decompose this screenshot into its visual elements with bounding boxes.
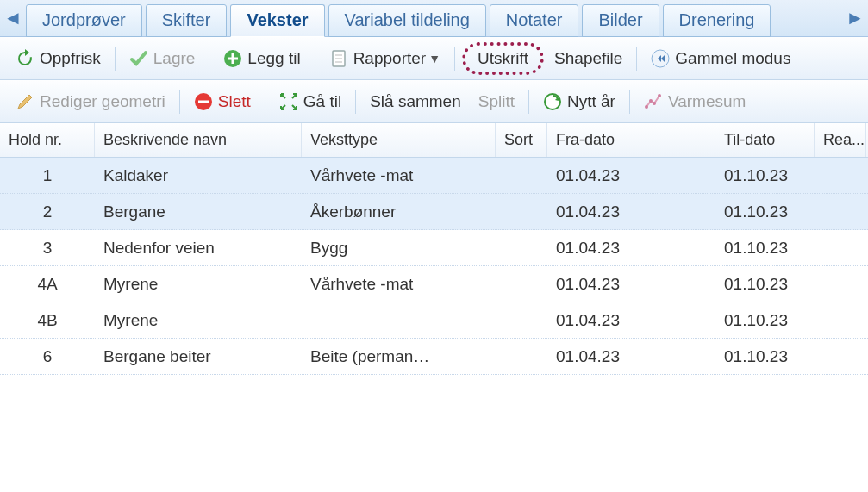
edit-geometry-button[interactable]: Rediger geometri — [9, 89, 172, 115]
separator — [209, 47, 209, 71]
separator — [355, 90, 356, 114]
arrows-in-icon — [279, 92, 298, 111]
shapefile-button[interactable]: Shapefile — [547, 46, 629, 72]
cell-veksttype: Vårhvete -mat — [302, 275, 496, 294]
heatsum-label: Varmesum — [668, 92, 746, 111]
new-year-icon — [543, 92, 562, 111]
cell-holdnr: 3 — [0, 239, 95, 258]
table-row[interactable]: 2BerganeÅkerbønner01.04.2301.10.23 — [0, 194, 868, 230]
add-icon — [223, 49, 242, 68]
merge-button[interactable]: Slå sammen — [363, 89, 468, 115]
shapefile-label: Shapefile — [554, 49, 622, 68]
cell-fradato: 01.04.23 — [547, 166, 715, 185]
col-tildato[interactable]: Til-dato — [715, 123, 815, 157]
table-body: 1KaldakerVårhvete -mat01.04.2301.10.232B… — [0, 158, 868, 375]
chart-icon — [644, 92, 663, 111]
cell-veksttype: Åkerbønner — [302, 202, 496, 221]
svg-rect-7 — [198, 100, 209, 103]
cell-navn: Myrene — [95, 275, 302, 294]
cell-navn: Bergane beiter — [95, 347, 302, 366]
cell-tildato: 01.10.23 — [715, 311, 815, 330]
split-label: Splitt — [478, 92, 515, 111]
delete-button[interactable]: Slett — [187, 89, 258, 115]
document-icon — [329, 49, 348, 68]
split-button[interactable]: Splitt — [471, 89, 521, 115]
col-rea[interactable]: Rea... — [815, 123, 866, 157]
tabs-prev-arrow[interactable]: ◄ — [2, 7, 24, 29]
refresh-button[interactable]: Oppfrisk — [9, 46, 108, 72]
tab-bar: ◄ JordprøverSkifterVeksterVariabel tilde… — [0, 0, 868, 37]
tabs-container: JordprøverSkifterVeksterVariabel tildeli… — [24, 0, 844, 37]
tab-jordprøver[interactable]: Jordprøver — [26, 4, 142, 37]
svg-point-9 — [645, 105, 648, 109]
toolbar-main: Oppfrisk Lagre Legg til Rapporter ▼ Utsk… — [0, 37, 868, 80]
col-navn[interactable]: Beskrivende navn — [95, 123, 302, 157]
pencil-icon — [16, 92, 34, 111]
cell-fradato: 01.04.23 — [547, 275, 715, 294]
cell-holdnr: 4A — [0, 275, 95, 294]
col-fradato[interactable]: Fra-dato — [547, 123, 715, 157]
save-button[interactable]: Lagre — [122, 46, 203, 72]
cell-tildato: 01.10.23 — [715, 166, 815, 185]
cell-navn: Nedenfor veien — [95, 239, 302, 258]
add-button[interactable]: Legg til — [216, 46, 307, 72]
heatsum-button[interactable]: Varmesum — [637, 89, 752, 115]
table-row[interactable]: 4AMyreneVårhvete -mat01.04.2301.10.23 — [0, 266, 868, 302]
reports-label: Rapporter — [353, 49, 427, 68]
col-holdnr[interactable]: Hold nr. — [0, 123, 95, 157]
col-veksttype[interactable]: Veksttype — [302, 123, 496, 157]
refresh-icon — [16, 49, 34, 68]
old-mode-button[interactable]: Gammel modus — [644, 46, 797, 72]
new-year-label: Nytt år — [567, 92, 615, 111]
separator — [315, 47, 315, 71]
svg-point-12 — [658, 94, 661, 97]
table-header: Hold nr. Beskrivende navn Veksttype Sort… — [0, 123, 868, 158]
cell-holdnr: 2 — [0, 202, 95, 221]
tabs-next-arrow[interactable]: ► — [844, 7, 866, 29]
tab-notater[interactable]: Notater — [490, 4, 579, 37]
print-button[interactable]: Utskrift — [462, 42, 544, 75]
cell-fradato: 01.04.23 — [547, 239, 715, 258]
cell-tildato: 01.10.23 — [715, 275, 815, 294]
check-icon — [129, 49, 148, 68]
save-label: Lagre — [153, 49, 196, 68]
new-year-button[interactable]: Nytt år — [536, 89, 622, 115]
cell-holdnr: 6 — [0, 347, 95, 366]
separator — [179, 90, 180, 114]
table-row[interactable]: 3Nedenfor veienBygg01.04.2301.10.23 — [0, 230, 868, 266]
print-label: Utskrift — [478, 49, 528, 68]
goto-label: Gå til — [303, 92, 341, 111]
delete-label: Slett — [218, 92, 251, 111]
tab-drenering[interactable]: Drenering — [663, 4, 771, 37]
goto-button[interactable]: Gå til — [272, 89, 348, 115]
tab-skifter[interactable]: Skifter — [146, 4, 228, 37]
separator — [636, 47, 637, 71]
cell-navn: Bergane — [95, 202, 302, 221]
old-mode-label: Gammel modus — [675, 49, 790, 68]
toolbar-secondary: Rediger geometri Slett Gå til Slå sammen… — [0, 80, 868, 123]
reports-button[interactable]: Rapporter ▼ — [322, 46, 447, 72]
rewind-icon — [651, 49, 670, 68]
separator — [115, 47, 116, 71]
col-sort[interactable]: Sort — [496, 123, 547, 157]
separator — [629, 90, 630, 114]
chevron-down-icon: ▼ — [428, 52, 440, 65]
table-row[interactable]: 4BMyrene01.04.2301.10.23 — [0, 302, 868, 339]
cell-tildato: 01.10.23 — [715, 239, 815, 258]
separator — [528, 90, 529, 114]
edit-geometry-label: Rediger geometri — [40, 92, 165, 111]
tab-variabel-tildeling[interactable]: Variabel tildeling — [328, 4, 486, 37]
svg-point-11 — [653, 102, 656, 105]
tab-bilder[interactable]: Bilder — [582, 4, 659, 37]
separator — [265, 90, 265, 114]
cell-navn: Myrene — [95, 311, 302, 330]
delete-icon — [194, 92, 213, 111]
cell-fradato: 01.04.23 — [547, 347, 715, 366]
tab-vekster[interactable]: Vekster — [230, 4, 324, 37]
table-row[interactable]: 1KaldakerVårhvete -mat01.04.2301.10.23 — [0, 158, 868, 194]
cell-navn: Kaldaker — [95, 166, 302, 185]
cell-veksttype: Vårhvete -mat — [302, 166, 496, 185]
table-row[interactable]: 6Bergane beiterBeite (perman…01.04.2301.… — [0, 339, 868, 375]
refresh-label: Oppfrisk — [40, 49, 101, 68]
cell-veksttype: Bygg — [302, 239, 496, 258]
